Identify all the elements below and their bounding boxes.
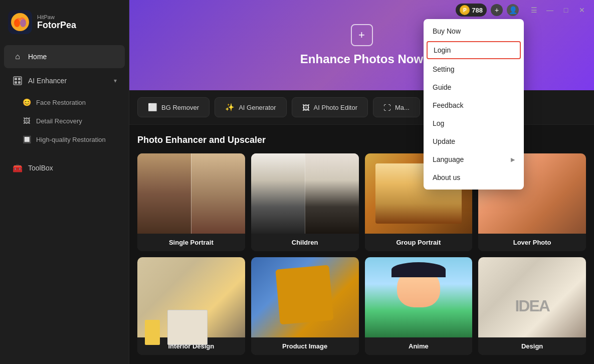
dropdown-language[interactable]: Language ▶ (424, 150, 524, 168)
card-anime[interactable]: Anime (365, 257, 473, 355)
dropdown-buy-now[interactable]: Buy Now (424, 22, 524, 40)
chevron-down-icon: ▾ (114, 77, 117, 84)
dropdown-setting[interactable]: Setting (424, 60, 524, 78)
add-coins-button[interactable]: + (491, 4, 503, 16)
ai-photo-editor-label: AI Photo Editor (314, 104, 357, 111)
guide-label: Guide (433, 83, 451, 91)
main-content: + Enhance Photos Now ⬜ BG Remover ✨ AI G… (129, 0, 594, 364)
svg-rect-5 (18, 78, 21, 80)
sidebar-item-toolbox[interactable]: 🧰 ToolBox (4, 156, 125, 179)
svg-rect-4 (15, 78, 17, 80)
sidebar-ai-enhancer-label: AI Enhancer (28, 77, 109, 85)
bg-remover-button[interactable]: ⬜ BG Remover (137, 97, 210, 117)
high-quality-label: High-quality Restoration (36, 136, 106, 143)
dropdown-menu: Buy Now Login Setting Guide Feedback Log… (424, 19, 524, 190)
home-icon: ⌂ (12, 51, 23, 62)
toolbox-icon: 🧰 (12, 162, 23, 173)
svg-point-1 (14, 19, 20, 27)
login-label: Login (434, 46, 451, 54)
ai-generator-icon: ✨ (225, 103, 235, 112)
user-button[interactable]: 👤 (507, 4, 519, 16)
sidebar-item-face-restoration[interactable]: 😊 Face Restoration (14, 93, 125, 111)
logo-text: HitPaw FotorPea (37, 14, 76, 31)
coin-count: 788 (472, 7, 483, 14)
menu-button[interactable]: ☰ (527, 3, 541, 17)
ai-photo-editor-button[interactable]: 🖼 AI Photo Editor (292, 97, 368, 117)
brand-name: HitPaw (37, 14, 76, 20)
detail-recovery-icon: 🖼 (22, 116, 31, 125)
maximize-button[interactable]: □ (559, 3, 573, 17)
ai-generator-button[interactable]: ✨ AI Generator (215, 97, 286, 117)
dropdown-login[interactable]: Login (427, 41, 521, 59)
dropdown-update[interactable]: Update (424, 132, 524, 150)
about-us-label: About us (433, 173, 460, 181)
ai-enhancer-icon (12, 75, 23, 86)
ai-generator-label: AI Generator (239, 104, 276, 111)
svg-point-2 (20, 19, 26, 27)
logo-area: HitPaw FotorPea (0, 5, 129, 44)
setting-label: Setting (433, 65, 455, 73)
detail-recovery-label: Detail Recovery (36, 117, 82, 125)
svg-rect-6 (15, 81, 17, 84)
sidebar-home-label: Home (28, 53, 117, 61)
face-restoration-icon: 😊 (22, 98, 31, 107)
sub-nav-ai-enhancer: 😊 Face Restoration 🖼 Detail Recovery 🔲 H… (0, 93, 129, 148)
update-label: Update (433, 137, 455, 145)
card-interior-design[interactable]: Interior Design (137, 257, 245, 355)
hero-title: Enhance Photos Now (300, 52, 423, 66)
card-single-portrait[interactable]: Single Portrait (137, 153, 245, 251)
svg-rect-7 (18, 81, 21, 84)
log-label: Log (433, 119, 444, 127)
app-name: FotorPea (37, 20, 76, 31)
sidebar: HitPaw FotorPea ⌂ Home AI Enhancer ▾ 😊 F… (0, 0, 129, 364)
buy-now-label: Buy Now (433, 27, 461, 35)
sidebar-item-detail-recovery[interactable]: 🖼 Detail Recovery (14, 112, 125, 130)
minimize-button[interactable]: — (543, 3, 557, 17)
face-restoration-label: Face Restoration (36, 99, 86, 106)
magic-icon: ⛶ (383, 103, 391, 112)
toolbar: ⬜ BG Remover ✨ AI Generator 🖼 AI Photo E… (129, 90, 594, 125)
sidebar-item-ai-enhancer[interactable]: AI Enhancer ▾ (4, 69, 125, 92)
magic-label: Ma... (395, 104, 410, 111)
title-bar: P 788 + 👤 ☰ — □ ✕ (451, 0, 594, 20)
toolbox-label: ToolBox (28, 164, 117, 172)
hero-plus-icon: + (351, 24, 373, 46)
coin-icon: P (460, 5, 470, 15)
card-children[interactable]: Children (251, 153, 359, 251)
language-arrow-icon: ▶ (511, 156, 515, 163)
card-design[interactable]: IDEA Design (478, 257, 586, 355)
bg-remover-icon: ⬜ (148, 103, 157, 112)
window-controls: ☰ — □ ✕ (527, 3, 589, 17)
language-label: Language (433, 155, 464, 163)
dropdown-log[interactable]: Log (424, 114, 524, 132)
sidebar-item-high-quality[interactable]: 🔲 High-quality Restoration (14, 130, 125, 148)
magic-button[interactable]: ⛶ Ma... (373, 97, 420, 117)
high-quality-icon: 🔲 (22, 135, 31, 144)
feedback-label: Feedback (433, 101, 463, 109)
sidebar-item-home[interactable]: ⌂ Home (4, 45, 125, 68)
close-button[interactable]: ✕ (575, 3, 589, 17)
bg-remover-label: BG Remover (161, 104, 199, 111)
dropdown-feedback[interactable]: Feedback (424, 96, 524, 114)
coin-badge[interactable]: P 788 (456, 4, 487, 17)
svg-point-0 (11, 13, 29, 31)
photo-enhancer-section: Photo Enhancer and Upscaler Single Portr… (129, 125, 594, 364)
ai-photo-editor-icon: 🖼 (302, 103, 310, 112)
app-logo (8, 10, 32, 34)
dropdown-about-us[interactable]: About us (424, 168, 524, 187)
card-product-image[interactable]: Product Image (251, 257, 359, 355)
dropdown-guide[interactable]: Guide (424, 78, 524, 96)
